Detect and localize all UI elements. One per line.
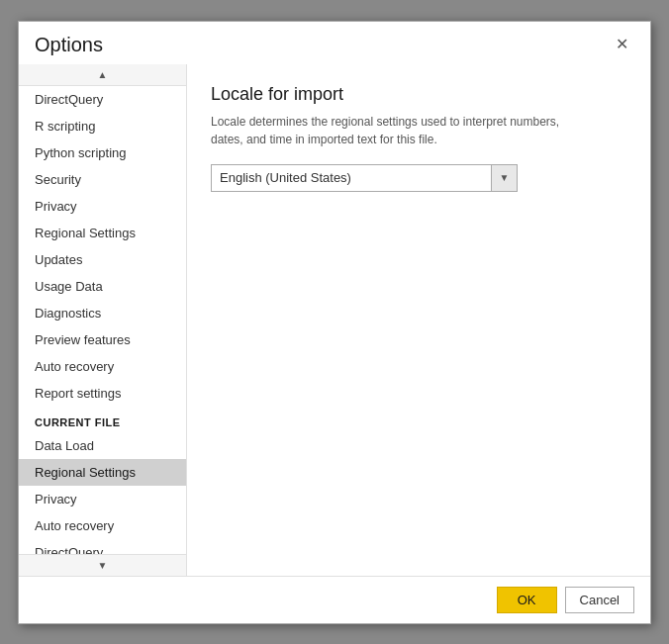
ok-button[interactable]: OK [497, 587, 557, 613]
scroll-up-arrow[interactable]: ▲ [19, 64, 186, 86]
dialog-title: Options [35, 34, 103, 56]
dialog-body: ▲ DirectQueryR scriptingPython scripting… [19, 64, 650, 576]
sidebar: ▲ DirectQueryR scriptingPython scripting… [19, 64, 187, 576]
sidebar-item-directquery[interactable]: DirectQuery [19, 86, 186, 113]
dialog-footer: OK Cancel [19, 576, 650, 623]
options-dialog: Options ✕ ▲ DirectQueryR scriptingPython… [18, 21, 651, 624]
sidebar-item-preview-features[interactable]: Preview features [19, 326, 186, 353]
sidebar-item-regional-settings-global[interactable]: Regional Settings [19, 220, 186, 246]
locale-dropdown[interactable]: English (United States) ▼ [211, 164, 518, 192]
scroll-down-arrow[interactable]: ▼ [19, 554, 186, 576]
sidebar-item-directquery-file[interactable]: DirectQuery [19, 539, 186, 554]
sidebar-item-updates[interactable]: Updates [19, 246, 186, 273]
sidebar-item-security[interactable]: Security [19, 166, 186, 193]
sidebar-scroll[interactable]: DirectQueryR scriptingPython scriptingSe… [19, 86, 186, 554]
content-title: Locale for import [211, 84, 626, 105]
title-bar: Options ✕ [19, 22, 650, 64]
sidebar-item-r-scripting[interactable]: R scripting [19, 113, 186, 139]
close-button[interactable]: ✕ [610, 35, 634, 54]
sidebar-item-privacy[interactable]: Privacy [19, 193, 186, 220]
content-area: Locale for import Locale determines the … [187, 64, 650, 576]
sidebar-item-auto-recovery-file[interactable]: Auto recovery [19, 512, 186, 539]
current-file-nav-section: Data LoadRegional SettingsPrivacyAuto re… [19, 432, 186, 554]
sidebar-item-data-load[interactable]: Data Load [19, 432, 186, 459]
global-nav-section: DirectQueryR scriptingPython scriptingSe… [19, 86, 186, 407]
dropdown-arrow-icon: ▼ [500, 172, 510, 183]
sidebar-item-python-scripting[interactable]: Python scripting [19, 139, 186, 166]
content-description: Locale determines the regional settings … [211, 113, 587, 148]
sidebar-item-regional-settings-file[interactable]: Regional Settings [19, 459, 186, 486]
sidebar-item-report-settings-global[interactable]: Report settings [19, 380, 186, 407]
locale-dropdown-arrow: ▼ [491, 165, 517, 191]
up-arrow-icon: ▲ [98, 69, 108, 80]
current-file-header: CURRENT FILE [19, 407, 186, 432]
sidebar-item-diagnostics[interactable]: Diagnostics [19, 300, 186, 326]
locale-value: English (United States) [220, 170, 351, 185]
sidebar-item-auto-recovery-global[interactable]: Auto recovery [19, 353, 186, 380]
down-arrow-icon: ▼ [98, 560, 108, 571]
sidebar-item-usage-data[interactable]: Usage Data [19, 273, 186, 300]
cancel-button[interactable]: Cancel [565, 587, 634, 613]
sidebar-item-privacy-file[interactable]: Privacy [19, 486, 186, 512]
